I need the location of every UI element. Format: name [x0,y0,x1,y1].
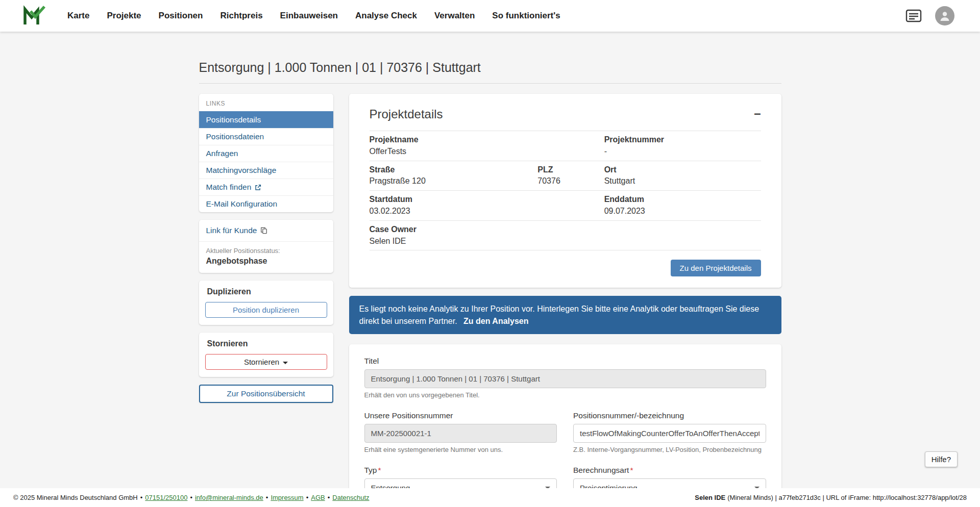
page-container: Entsorgung | 1.000 Tonnen | 01 | 70376 |… [199,32,781,507]
startdatum-value: 03.02.2023 [370,206,604,217]
session-details: (Mineral Minds) | a77feb271d3c | URL of … [727,494,967,501]
main-content: Projektdetails – Projektname OfferTests … [349,94,781,507]
separator-dot: • [306,494,309,501]
required-mark: * [378,466,381,474]
sidebar-item-anfragen[interactable]: Anfragen [199,145,333,162]
terminal-button[interactable] [905,9,922,22]
main-nav: Karte Projekte Positionen Richtpreis Ein… [67,11,560,21]
caret-down-icon [283,362,288,364]
nav-right-actions [905,6,954,26]
sidebar-item-label: E-Mail Konfiguration [206,199,278,209]
project-details-card: Projektdetails – Projektname OfferTests … [349,94,781,288]
nav-item-richtpreis[interactable]: Richtpreis [220,11,262,21]
position-overview-button[interactable]: Zur Positionsübersicht [199,385,333,403]
sidebar-links-card: LINKS Positionsdetails Positionsdateien … [199,94,333,212]
position-form-card: Titel Erhält den von uns vorgegebenen Ti… [349,344,781,507]
custom-positionsnummer-input[interactable] [573,424,766,443]
nav-item-so-funktionierts[interactable]: So funktioniert's [492,11,560,21]
case-owner-value: Selen IDE [370,236,761,247]
customer-link-label: Link für Kunde [206,226,257,235]
copy-icon [260,227,267,234]
sidebar-item-label: Matchingvorschläge [206,166,277,175]
table-row: Case Owner Selen IDE [370,221,761,251]
nav-item-analyse-check[interactable]: Analyse Check [355,11,417,21]
sidebar-item-positionsdateien[interactable]: Positionsdateien [199,128,333,145]
separator-dot: • [190,494,192,501]
cancel-button-label: Stornieren [244,358,279,366]
help-button[interactable]: Hilfe? [925,451,958,467]
duplicate-card: Duplizieren Position duplizieren [199,281,333,325]
customer-link[interactable]: Link für Kunde [206,226,268,235]
titel-help: Erhält den von uns vorgegebenen Titel. [364,391,766,399]
positionsnummer-input [364,424,557,443]
positionsnummer-help: Erhält eine systemgenerierte Nummer von … [364,446,557,453]
person-icon [939,10,951,22]
typ-label: Typ [364,466,377,475]
sidebar-item-email-konfiguration[interactable]: E-Mail Konfiguration [199,195,333,212]
startdatum-label: Startdatum [370,194,604,205]
impressum-link[interactable]: Impressum [271,494,303,501]
nav-item-projekte[interactable]: Projekte [107,11,141,21]
separator-dot: • [266,494,268,501]
nav-item-positionen[interactable]: Positionen [159,11,203,21]
required-mark: * [630,466,633,474]
datenschutz-link[interactable]: Datenschutz [332,494,369,501]
customer-status-card: Link für Kunde Aktueller Positionsstatus… [199,220,333,273]
nav-item-karte[interactable]: Karte [67,11,89,21]
sidebar-item-label: Anfragen [206,149,238,158]
collapse-button[interactable]: – [754,107,761,119]
nav-item-einbauweisen[interactable]: Einbauweisen [280,11,338,21]
custom-positionsnummer-label: Positionsnummer/-bezeichnung [573,411,684,420]
strasse-label: Straße [370,165,538,175]
ort-label: Ort [604,165,761,175]
links-header: LINKS [199,94,333,111]
plz-value: 70376 [537,176,604,187]
titel-label: Titel [364,357,379,366]
top-navbar: Karte Projekte Positionen Richtpreis Ein… [0,0,980,32]
project-details-button[interactable]: Zu den Projektdetails [671,260,761,276]
footer-left: © 2025 Mineral Minds Deutschland GmbH • … [13,494,370,501]
plz-label: PLZ [537,165,604,175]
terminal-icon [905,9,922,22]
brand-logo[interactable] [22,5,46,27]
email-link[interactable]: info@mineral-minds.de [195,494,263,501]
cancel-card: Stornieren Stornieren [199,333,333,377]
footer: © 2025 Mineral Minds Deutschland GmbH • … [0,488,980,507]
external-link-icon [255,184,261,191]
footer-session-info: Selen IDE (Mineral Minds) | a77feb271d3c… [695,494,967,501]
session-user: Selen IDE [695,494,725,501]
agb-link[interactable]: AGB [311,494,325,501]
sidebar-item-label: Match finden [206,183,252,192]
enddatum-value: 09.07.2023 [604,206,761,217]
cancel-heading: Stornieren [205,339,327,354]
positionsnummer-label: Unsere Positionsnummer [364,411,453,420]
duplicate-heading: Duplizieren [205,287,327,302]
strasse-value: Pragstraße 120 [370,176,538,187]
mineral-minds-logo-icon [22,5,46,27]
analytics-info-banner: Es liegt noch keine Analytik zu Ihrer Po… [349,296,781,334]
table-row: Projektname OfferTests Projektnummer - [370,131,761,161]
table-row: Startdatum 03.02.2023 Enddatum 09.07.202… [370,191,761,221]
projektname-label: Projektname [370,135,604,145]
duplicate-position-button[interactable]: Position duplizieren [205,302,327,318]
position-status: Aktueller Positionsstatus: Angebotsphase [199,241,333,273]
analyses-link[interactable]: Zu den Analysen [463,317,528,325]
phone-link[interactable]: 07151/250100 [145,494,187,501]
enddatum-label: Enddatum [604,194,761,205]
berechnungsart-label: Berechnungsart [573,466,629,475]
sidebar-item-positionsdetails[interactable]: Positionsdetails [199,111,333,128]
nav-item-verwalten[interactable]: Verwalten [434,11,475,21]
sidebar-item-matchingvorschlaege[interactable]: Matchingvorschläge [199,162,333,179]
page-title: Entsorgung | 1.000 Tonnen | 01 | 70376 |… [199,60,781,84]
projektnummer-label: Projektnummer [604,135,761,145]
banner-text: Es liegt noch keine Analytik zu Ihrer Po… [359,305,760,325]
sidebar-item-label: Positionsdateien [206,132,264,141]
project-details-table: Projektname OfferTests Projektnummer - S… [370,131,761,250]
separator-dot: • [140,494,143,501]
copyright-text: © 2025 Mineral Minds Deutschland GmbH [13,494,138,501]
cancel-position-button[interactable]: Stornieren [205,354,327,370]
user-avatar[interactable] [935,6,954,26]
projektnummer-value: - [604,146,761,157]
sidebar-item-match-finden[interactable]: Match finden [199,179,333,195]
custom-positionsnummer-help: Z.B. Interne-Vorgangsnummer, LV-Position… [573,446,766,453]
